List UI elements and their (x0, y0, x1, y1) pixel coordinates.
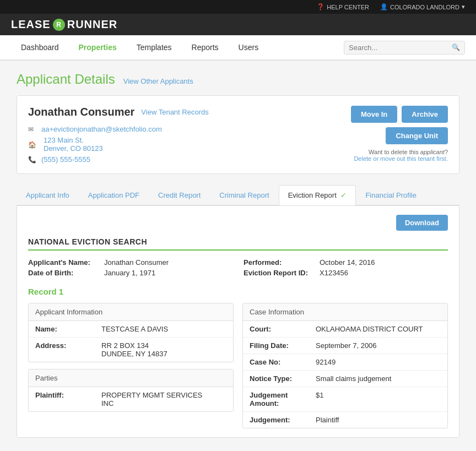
left-tables: Applicant Information Name: TESTCASE A D… (28, 303, 234, 428)
page-title: Applicant Details (17, 72, 115, 87)
address-link[interactable]: 123 Main St. Denver, CO 80123 (44, 136, 103, 153)
contact-info: ✉ aa+evictionjonathan@sketchfolio.com 🏠 … (28, 125, 209, 164)
report-info-grid: Applicant's Name: Jonathan Consumer Perf… (28, 258, 448, 277)
plaintiff-label: Plaintiff: (29, 387, 95, 411)
plaintiff-val2: INC (101, 399, 113, 407)
nav-reports[interactable]: Reports (182, 35, 229, 59)
delete-note-text: Want to delete this (369, 149, 420, 155)
plaintiff-row: Plaintiff: PROPERTY MGMT SERVICES INC (29, 387, 233, 411)
home-icon: 🏠 (28, 141, 37, 149)
performed-value: October 14, 2016 (320, 258, 375, 267)
applicant-info-table: Applicant Information Name: TESTCASE A D… (28, 303, 234, 362)
filing-date-label: Filing Date: (243, 338, 309, 354)
change-unit-button[interactable]: Change Unit (386, 127, 448, 144)
tab-applicant-info[interactable]: Applicant Info (17, 185, 79, 205)
address-val-line1: RR 2 BOX 134 (101, 341, 149, 350)
court-value: OKLAHOAMA DISTRICT COURT (309, 321, 430, 337)
applicant-card: Jonathan Consumer View Tenant Records ✉ … (17, 95, 459, 174)
address-label: Address: (29, 338, 95, 362)
report-section-title: NATIONAL EVICTION SEARCH (28, 237, 448, 251)
action-buttons-row: Move In Archive (351, 106, 448, 123)
tab-criminal-report[interactable]: Criminal Report (210, 185, 278, 205)
download-button[interactable]: Download (396, 215, 448, 231)
help-center-link[interactable]: ❓ HELP CENTER (317, 3, 369, 10)
case-no-row: Case No: 92149 (243, 354, 447, 371)
move-in-button[interactable]: Move In (351, 106, 397, 123)
address-value: RR 2 BOX 134 DUNDEE, NY 14837 (95, 338, 174, 362)
record-tables: Applicant Information Name: TESTCASE A D… (28, 303, 448, 428)
delete-italic: applicant (420, 149, 445, 155)
email-row: ✉ aa+evictionjonathan@sketchfolio.com (28, 125, 209, 133)
notice-type-row: Notice Type: Small claims judgement (243, 371, 447, 387)
user-menu[interactable]: 👤 COLORADO LANDLORD ▾ (380, 3, 465, 10)
judgement-row: Judgement: Plaintiff (243, 412, 447, 428)
logo-part1: LEASE (11, 18, 51, 31)
check-icon: ✓ (340, 191, 347, 199)
phone-row: 📞 (555) 555-5555 (28, 155, 209, 164)
nav-bar: Dashboard Properties Templates Reports U… (0, 35, 476, 61)
case-no-value: 92149 (309, 354, 342, 370)
email-icon: ✉ (28, 126, 37, 133)
notice-type-value: Small claims judgement (309, 371, 398, 387)
name-row: Name: TESTCASE A DAVIS (29, 321, 233, 338)
plaintiff-val1: PROPERTY MGMT SERVICES (101, 391, 202, 399)
tab-financial-profile[interactable]: Financial Profile (356, 185, 426, 205)
main-content: Applicant Details View Other Applicants … (0, 61, 476, 449)
nav-templates[interactable]: Templates (127, 35, 182, 59)
address-val-line2: DUNDEE, NY 14837 (101, 350, 167, 358)
parties-table: Parties Plaintiff: PROPERTY MGMT SERVICE… (28, 369, 234, 412)
view-tenant-records-link[interactable]: View Tenant Records (141, 108, 208, 116)
name-label: Name: (29, 321, 95, 337)
right-tables: Case Information Court: OKLAHOAMA DISTRI… (242, 303, 448, 428)
notice-type-label: Notice Type: (243, 371, 309, 387)
address-line1: 123 Main St. (44, 136, 84, 144)
record-title: Record 1 (28, 287, 448, 296)
change-unit-row: Change Unit (386, 127, 448, 144)
report-id-label: Eviction Report ID: (244, 269, 315, 277)
dob-label: Date of Birth: (28, 269, 100, 277)
judgement-value: Plaintiff (309, 412, 345, 428)
tab-application-pdf[interactable]: Application PDF (79, 185, 149, 205)
help-center-label: HELP CENTER (327, 4, 369, 10)
delete-link[interactable]: Delete or move out this tenant first. (354, 155, 448, 162)
eviction-report-label: Eviction Report (288, 191, 337, 199)
user-label: COLORADO LANDLORD (390, 4, 459, 10)
logo-part2: RUNNER (67, 18, 118, 31)
performed-label: Performed: (244, 258, 315, 267)
judgement-amount-label: Judgement Amount: (243, 387, 309, 411)
plaintiff-value: PROPERTY MGMT SERVICES INC (95, 387, 209, 411)
nav-dashboard[interactable]: Dashboard (11, 35, 69, 59)
tab-credit-report[interactable]: Credit Report (149, 185, 210, 205)
applicant-name: Jonathan Consumer (28, 106, 134, 118)
email-link[interactable]: aa+evictionjonathan@sketchfolio.com (41, 125, 162, 133)
help-icon: ❓ (317, 3, 324, 10)
name-value: TESTCASE A DAVIS (95, 321, 175, 337)
delete-note: Want to delete this applicant? Delete or… (354, 149, 448, 162)
search-bar[interactable]: 🔍 (344, 41, 465, 55)
view-other-applicants-link[interactable]: View Other Applicants (123, 77, 193, 85)
tabs: Applicant Info Application PDF Credit Re… (17, 185, 459, 205)
applicants-name-label: Applicant's Name: (28, 258, 100, 267)
address-row: 🏠 123 Main St. Denver, CO 80123 (28, 136, 209, 153)
archive-button[interactable]: Archive (402, 106, 448, 123)
tab-eviction-report[interactable]: Eviction Report ✓ (279, 185, 356, 205)
judgement-label: Judgement: (243, 412, 309, 428)
delete-note-text2: ? (445, 149, 448, 155)
case-no-label: Case No: (243, 354, 309, 370)
applicants-name-value: Jonathan Consumer (104, 258, 169, 267)
chevron-down-icon: ▾ (462, 3, 465, 10)
phone-link[interactable]: (555) 555-5555 (41, 155, 90, 164)
nav-users[interactable]: Users (229, 35, 269, 59)
applicant-right: Move In Archive Change Unit Want to dele… (351, 106, 448, 162)
filing-date-row: Filing Date: September 7, 2006 (243, 338, 447, 354)
judgement-amount-value: $1 (309, 387, 330, 411)
search-input[interactable] (349, 44, 452, 52)
logo[interactable]: LEASE R RUNNER (11, 18, 465, 31)
phone-icon: 📞 (28, 156, 37, 164)
address-line2: Denver, CO 80123 (44, 144, 103, 153)
nav-properties[interactable]: Properties (69, 35, 127, 59)
dob-row: Date of Birth: January 1, 1971 (28, 269, 232, 277)
applicant-info-header: Applicant Information (29, 303, 233, 321)
top-bar: ❓ HELP CENTER 👤 COLORADO LANDLORD ▾ (0, 0, 476, 14)
report-id-value: X123456 (320, 269, 348, 277)
